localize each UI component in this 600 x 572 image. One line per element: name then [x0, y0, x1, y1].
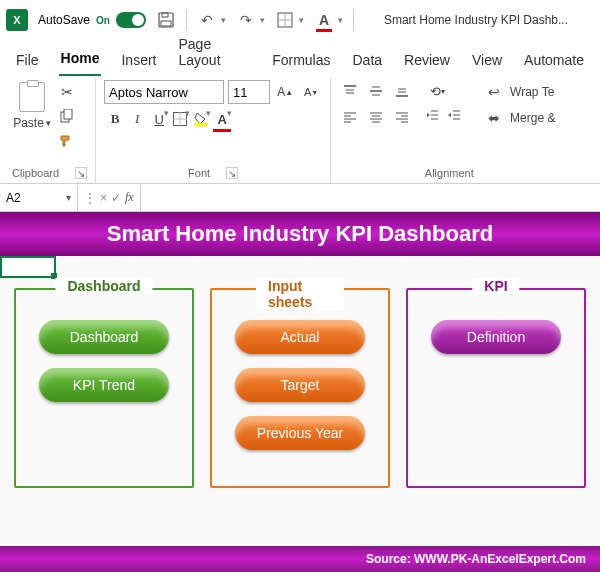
alignment-group-label: Alignment — [425, 167, 474, 179]
clipboard-group-label: Clipboard — [12, 167, 59, 179]
svg-rect-2 — [161, 21, 171, 26]
panel-inputs-title: Input sheets — [256, 278, 344, 310]
undo-dropdown-icon[interactable]: ▾ — [221, 15, 226, 25]
qat-separator — [186, 9, 187, 31]
italic-button[interactable]: I — [126, 108, 148, 130]
clipboard-launcher-icon[interactable]: ↘ — [75, 167, 87, 179]
svg-rect-1 — [162, 13, 168, 17]
banner-title: Smart Home Industry KPI Dashboard — [107, 221, 493, 247]
redo-icon[interactable]: ↷ — [236, 10, 256, 30]
decrease-font-icon[interactable]: A▼ — [300, 81, 322, 103]
increase-indent-icon[interactable] — [443, 104, 465, 126]
panel-input-sheets: Input sheets Actual Target Previous Year — [210, 288, 390, 488]
formula-input[interactable] — [141, 185, 600, 211]
increase-font-icon[interactable]: A▲ — [274, 81, 296, 103]
align-bottom-icon[interactable] — [391, 80, 413, 102]
wrap-text-icon: ↩ — [488, 84, 506, 100]
paste-label: Paste — [13, 116, 44, 130]
paste-button[interactable]: Paste▾ — [12, 80, 52, 130]
tab-home[interactable]: Home — [59, 44, 102, 76]
font-color-button[interactable]: A — [211, 108, 233, 130]
worksheet-area: Smart Home Industry KPI Dashboard Dashbo… — [0, 212, 600, 572]
panel-dashboard: Dashboard Dashboard KPI Trend — [14, 288, 194, 488]
font-color-quick-icon[interactable]: A — [314, 10, 334, 30]
qat-separator2 — [353, 9, 354, 31]
undo-icon[interactable]: ↶ — [197, 10, 217, 30]
tab-file[interactable]: File — [14, 46, 41, 76]
document-title: Smart Home Industry KPI Dashb... — [384, 13, 568, 27]
dashboard-footer: Source: WWW.PK-AnExcelExpert.Com — [0, 546, 600, 572]
group-alignment: ⟲▾ ↩ Wrap Te ⬌ Merge & Alignment — [331, 78, 567, 183]
title-bar: X AutoSave On ↶▾ ↷▾ ▾ A▾ Smart Home Indu… — [0, 0, 600, 40]
font-name-select[interactable] — [104, 80, 224, 104]
font-group-label: Font — [188, 167, 210, 179]
align-middle-icon[interactable] — [365, 80, 387, 102]
cancel-edit-icon[interactable]: × — [100, 191, 107, 205]
group-clipboard: Paste▾ ✂ Clipboard ↘ — [4, 78, 96, 183]
panel-kpi: KPI Definition — [406, 288, 586, 488]
redo-dropdown-icon[interactable]: ▾ — [260, 15, 265, 25]
fontcolor-dropdown-icon[interactable]: ▾ — [338, 15, 343, 25]
tab-formulas[interactable]: Formulas — [270, 46, 332, 76]
align-center-icon[interactable] — [365, 106, 387, 128]
btn-definition[interactable]: Definition — [431, 320, 561, 354]
align-left-icon[interactable] — [339, 106, 361, 128]
autosave-state: On — [96, 15, 110, 26]
wrap-text-label: Wrap Te — [510, 85, 554, 99]
btn-actual[interactable]: Actual — [235, 320, 365, 354]
tab-data[interactable]: Data — [350, 46, 384, 76]
svg-rect-7 — [64, 109, 72, 119]
borders-dropdown-icon[interactable]: ▾ — [299, 15, 304, 25]
panel-dashboard-title: Dashboard — [55, 278, 152, 294]
tab-insert[interactable]: Insert — [119, 46, 158, 76]
tab-pagelayout[interactable]: Page Layout — [176, 30, 252, 76]
merge-icon: ⬌ — [488, 110, 506, 126]
excel-logo-icon: X — [6, 9, 28, 31]
confirm-edit-icon[interactable]: ✓ — [111, 191, 121, 205]
save-icon[interactable] — [156, 10, 176, 30]
clipboard-icon — [19, 82, 45, 112]
ribbon: Paste▾ ✂ Clipboard ↘ A▲ A▼ — [0, 76, 600, 184]
tab-automate[interactable]: Automate — [522, 46, 586, 76]
font-launcher-icon[interactable]: ↘ — [226, 167, 238, 179]
tab-review[interactable]: Review — [402, 46, 452, 76]
paste-dropdown-icon[interactable]: ▾ — [46, 118, 51, 128]
format-painter-icon[interactable] — [54, 128, 80, 152]
panel-kpi-title: KPI — [472, 278, 519, 294]
merge-button[interactable]: ⬌ Merge & — [484, 106, 559, 130]
bold-button[interactable]: B — [104, 108, 126, 130]
fx-icon[interactable]: fx — [125, 190, 134, 205]
align-right-icon[interactable] — [391, 106, 413, 128]
borders-quick-icon[interactable] — [275, 10, 295, 30]
font-size-select[interactable] — [228, 80, 270, 104]
autosave-control[interactable]: AutoSave On — [38, 12, 146, 28]
btn-previous-year[interactable]: Previous Year — [235, 416, 365, 450]
copy-icon[interactable] — [54, 104, 80, 128]
merge-label: Merge & — [510, 111, 555, 125]
dashboard-banner: Smart Home Industry KPI Dashboard — [0, 212, 600, 256]
tab-view[interactable]: View — [470, 46, 504, 76]
autosave-label: AutoSave — [38, 13, 90, 27]
namebox-more-icon[interactable]: ⋮ — [84, 191, 96, 205]
group-font: A▲ A▼ B I U▾ ▾ ▾ A▾ Font ↘ — [96, 78, 331, 183]
orientation-icon[interactable]: ⟲▾ — [421, 80, 453, 102]
formula-bar: A2 ⋮ × ✓ fx — [0, 184, 600, 212]
btn-target[interactable]: Target — [235, 368, 365, 402]
wrap-text-button[interactable]: ↩ Wrap Te — [484, 80, 559, 104]
cell-reference: A2 — [6, 191, 21, 205]
btn-dashboard[interactable]: Dashboard — [39, 320, 169, 354]
btn-kpi-trend[interactable]: KPI Trend — [39, 368, 169, 402]
decrease-indent-icon[interactable] — [421, 104, 443, 126]
footer-source: Source: WWW.PK-AnExcelExpert.Com — [366, 552, 586, 566]
ribbon-tabs: File Home Insert Page Layout Formulas Da… — [0, 40, 600, 76]
name-box[interactable]: A2 — [0, 185, 78, 211]
align-top-icon[interactable] — [339, 80, 361, 102]
selected-cell-indicator[interactable] — [0, 256, 56, 278]
cut-icon[interactable]: ✂ — [54, 80, 80, 104]
autosave-toggle-icon[interactable] — [116, 12, 146, 28]
